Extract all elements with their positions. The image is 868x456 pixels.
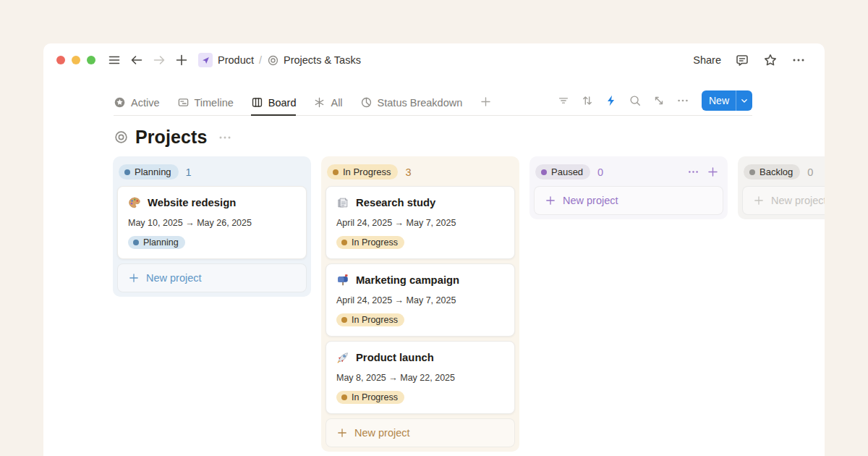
status-label: In Progress [352, 392, 398, 402]
card-date-range: May 10, 2025 → May 26, 2025 [128, 218, 296, 228]
column-count: 0 [807, 166, 813, 178]
status-dot [749, 169, 755, 175]
column-header: Backlog 0 [742, 161, 825, 186]
card-title: Research study [356, 197, 435, 208]
new-button-label: New [702, 95, 736, 106]
card-status-badge: In Progress [336, 236, 404, 249]
status-label: In Progress [352, 315, 398, 325]
more-options-icon[interactable] [791, 53, 806, 67]
tab-label: Board [268, 97, 297, 109]
favorite-star-icon[interactable] [763, 53, 778, 67]
card-title-row: Marketing campaign [336, 274, 504, 287]
page-target-icon [267, 54, 279, 67]
project-card-marketing-campaign[interactable]: Marketing campaign April 24, 2025 → May … [326, 263, 515, 337]
column-options-icon[interactable] [687, 166, 699, 178]
back-icon[interactable] [129, 53, 144, 67]
tab-timeline-view[interactable]: Timeline [177, 96, 234, 115]
new-project-button[interactable]: New project [326, 418, 515, 447]
breadcrumb-workspace[interactable]: Product [218, 54, 254, 66]
chevron-down-icon[interactable] [736, 93, 752, 109]
page-title[interactable]: Projects [135, 127, 207, 148]
project-card-research-study[interactable]: Research study April 24, 2025 → May 7, 2… [326, 186, 515, 259]
new-project-button[interactable]: New project [534, 186, 723, 215]
status-badge-backlog[interactable]: Backlog [744, 164, 800, 180]
status-badge-paused[interactable]: Paused [535, 164, 590, 180]
sidebar-toggle-icon[interactable] [107, 53, 122, 67]
column-header: In Progress 3 [326, 161, 515, 186]
filter-icon[interactable] [557, 94, 570, 107]
status-dot [341, 240, 347, 245]
card-date-range: April 24, 2025 → May 7, 2025 [336, 295, 504, 305]
project-card-product-launch[interactable]: Product launch May 8, 2025 → May 22, 202… [326, 341, 515, 414]
tab-active-view[interactable]: Active [114, 96, 160, 115]
new-project-label: New project [563, 195, 618, 206]
board-icon [251, 96, 263, 109]
card-status-badge: Planning [128, 236, 185, 249]
star-circle-icon [114, 96, 126, 109]
status-label: In Progress [352, 237, 398, 248]
sort-icon[interactable] [581, 94, 594, 107]
close-window-button[interactable] [56, 56, 65, 64]
column-add-icon[interactable] [707, 166, 719, 178]
column-count: 3 [405, 166, 411, 178]
page-title-more-icon[interactable] [218, 130, 232, 145]
tab-all-view[interactable]: All [313, 96, 342, 115]
expand-icon[interactable] [652, 94, 665, 107]
status-label: Paused [551, 166, 583, 177]
status-dot [333, 169, 339, 175]
tab-label: Timeline [195, 97, 234, 109]
workspace-logo-icon[interactable] [198, 53, 213, 67]
rocket-emoji-icon [336, 351, 349, 364]
column-header: Paused 0 [534, 161, 723, 186]
breadcrumb-separator: / [259, 54, 262, 66]
minimize-window-button[interactable] [72, 56, 80, 64]
database-toolbar: New [557, 90, 752, 115]
card-title: Product launch [356, 352, 434, 363]
view-options-icon[interactable] [676, 94, 689, 107]
bookmark-tabs-emoji-icon [336, 196, 349, 209]
card-status-badge: In Progress [336, 313, 404, 326]
zoom-window-button[interactable] [87, 56, 95, 64]
add-view-icon[interactable] [480, 96, 492, 108]
asterisk-icon [313, 96, 326, 109]
breadcrumb-page[interactable]: Projects & Tasks [284, 54, 361, 66]
palette-emoji-icon [128, 196, 141, 209]
tab-board-view[interactable]: Board [251, 96, 297, 116]
card-title-row: Research study [336, 196, 504, 209]
new-page-icon[interactable] [174, 53, 189, 67]
timeline-icon [177, 96, 190, 109]
status-badge-planning[interactable]: Planning [119, 164, 179, 180]
kanban-board: Planning 1 Website redesign May 10, 2025… [113, 156, 825, 452]
traffic-lights [56, 56, 95, 64]
status-label: Backlog [760, 166, 793, 177]
titlebar-actions: Share [693, 53, 806, 67]
status-badge-in-progress[interactable]: In Progress [327, 164, 398, 180]
plus-icon [128, 272, 140, 284]
status-dot [341, 317, 347, 323]
new-project-label: New project [146, 272, 202, 284]
board-column-backlog: Backlog 0 New project [738, 156, 825, 219]
tab-label: Status Breakdown [378, 97, 463, 109]
board-column-in-progress: In Progress 3 Research study April 24, 2… [321, 156, 519, 452]
tab-status-breakdown-view[interactable]: Status Breakdown [360, 96, 463, 115]
status-dot [133, 240, 139, 245]
new-project-button[interactable]: New project [742, 186, 825, 215]
plus-icon [753, 195, 765, 206]
status-dot [124, 169, 130, 175]
page-header: Projects [114, 127, 752, 148]
status-dot [341, 394, 347, 400]
forward-icon[interactable] [152, 53, 166, 67]
pie-chart-icon [360, 96, 373, 109]
board-column-planning: Planning 1 Website redesign May 10, 2025… [113, 156, 311, 297]
search-icon[interactable] [629, 94, 642, 107]
view-tabs: Active Timeline Board All Status Breakdo… [114, 96, 492, 115]
column-hover-controls [687, 166, 719, 178]
new-project-button[interactable]: New project [117, 263, 307, 292]
automations-bolt-icon[interactable] [605, 94, 618, 107]
comments-icon[interactable] [735, 53, 749, 67]
column-count: 0 [597, 166, 603, 178]
project-card-website-redesign[interactable]: Website redesign May 10, 2025 → May 26, … [117, 186, 307, 259]
share-button[interactable]: Share [693, 54, 721, 66]
new-button[interactable]: New [702, 90, 752, 111]
app-window: Product / Projects & Tasks Share Active … [43, 43, 825, 456]
